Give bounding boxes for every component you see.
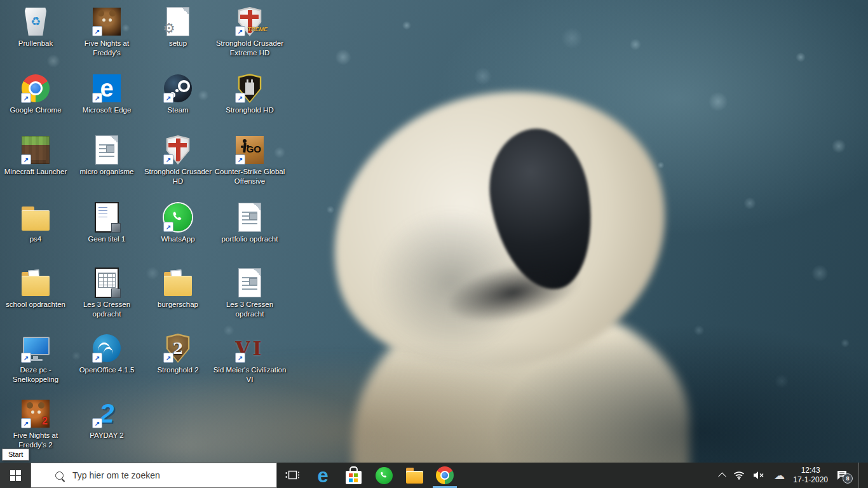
shortcut-arrow-icon: ↗ bbox=[92, 26, 102, 36]
file-explorer-icon bbox=[406, 471, 423, 484]
desktop-icon-csgo[interactable]: GO ↗ Counter-Strike Global Offensive bbox=[213, 135, 287, 186]
tray-clock[interactable]: 12:43 17-1-2020 bbox=[793, 466, 828, 485]
chevron-up-icon bbox=[718, 472, 726, 480]
desktop-icon-civilization-vi[interactable]: VI ↗ Sid Meier's Civilization VI bbox=[213, 333, 287, 384]
taskbar-file-explorer-button[interactable] bbox=[399, 463, 430, 488]
desktop-icon-label: OpenOffice 4.1.5 bbox=[70, 365, 144, 375]
search-icon bbox=[55, 471, 64, 480]
notification-count-badge: 8 bbox=[843, 473, 853, 484]
desktop-icon-stronghold-crusader-extreme-hd[interactable]: TREME ↗ Stronghold Crusader Extreme HD bbox=[213, 6, 287, 57]
tray-date: 17-1-2020 bbox=[793, 475, 828, 485]
desktop-icon-steam[interactable]: ↗ Steam bbox=[141, 73, 215, 115]
desktop-icon-label: Steam bbox=[141, 105, 215, 115]
desktop-icon-ps4-folder[interactable]: ps4 bbox=[0, 202, 72, 244]
task-view-icon bbox=[285, 470, 300, 481]
desktop-icon-stronghold-2[interactable]: 2 ↗ Stronghold 2 bbox=[141, 333, 215, 375]
task-view-button[interactable] bbox=[277, 463, 308, 488]
desktop-icon-label: Les 3 Cressen opdracht bbox=[213, 300, 287, 318]
desktop-icon-label: Geen titel 1 bbox=[70, 234, 144, 244]
shortcut-arrow-icon: ↗ bbox=[235, 26, 245, 36]
desktop-icon-label: Stronghold Crusader Extreme HD bbox=[213, 39, 287, 57]
desktop-icon-stronghold-hd[interactable]: ↗ Stronghold HD bbox=[213, 73, 287, 115]
document-icon bbox=[238, 268, 261, 297]
desktop-icon-label: Stronghold Crusader HD bbox=[141, 167, 215, 186]
taskbar-store-button[interactable] bbox=[338, 463, 369, 488]
spreadsheet-icon bbox=[95, 268, 119, 298]
desktop-icon-geen-titel-1[interactable]: Geen titel 1 bbox=[70, 202, 144, 244]
desktop-icon-label: Counter-Strike Global Offensive bbox=[213, 167, 287, 186]
desktop-icon-label: Google Chrome bbox=[0, 105, 72, 115]
shortcut-arrow-icon: ↗ bbox=[92, 93, 102, 103]
shortcut-arrow-icon: ↗ bbox=[163, 93, 173, 103]
shortcut-arrow-icon: ↗ bbox=[235, 93, 245, 103]
desktop-icon-label: Sid Meier's Civilization VI bbox=[213, 365, 287, 384]
folder-icon bbox=[22, 210, 50, 231]
desktop-icon-stronghold-crusader-hd[interactable]: ↗ Stronghold Crusader HD bbox=[141, 135, 215, 186]
shortcut-arrow-icon: ↗ bbox=[21, 353, 31, 363]
desktop-icon-label: Microsoft Edge bbox=[70, 105, 144, 115]
document-icon bbox=[95, 135, 118, 165]
extreme-tag: TREME bbox=[248, 26, 268, 32]
shortcut-arrow-icon: ↗ bbox=[163, 154, 173, 165]
shortcut-arrow-icon: ↗ bbox=[235, 154, 245, 165]
show-desktop-button[interactable] bbox=[858, 463, 862, 488]
desktop-icon-les-3-cressen-opdracht-spreadsheet[interactable]: Les 3 Cressen opdracht bbox=[70, 268, 144, 318]
desktop-icon-micro-organisme[interactable]: micro organisme bbox=[70, 135, 144, 177]
tray-show-hidden-icons-button[interactable] bbox=[719, 473, 725, 478]
desktop-icon-microsoft-edge[interactable]: e ↗ Microsoft Edge bbox=[70, 73, 144, 115]
taskbar-chrome-button[interactable] bbox=[430, 463, 460, 488]
desktop-icon-portfolio-opdracht[interactable]: portfolio opdracht bbox=[213, 202, 287, 244]
desktop-icon-openoffice[interactable]: ↗ OpenOffice 4.1.5 bbox=[70, 333, 144, 375]
desktop-icon-label: Five Nights at Freddy's bbox=[70, 39, 144, 57]
taskbar: Typ hier om te zoeken e bbox=[0, 463, 868, 488]
desktop-icon-prullenbak[interactable]: ♻ Prullenbak bbox=[0, 6, 72, 48]
wifi-icon bbox=[733, 471, 745, 480]
tray-time: 12:43 bbox=[793, 466, 828, 475]
desktop-icon-google-chrome[interactable]: ↗ Google Chrome bbox=[0, 73, 72, 115]
windows-logo-icon bbox=[10, 470, 21, 481]
desktop-icon-payday-2[interactable]: 2 ↗ PAYDAY 2 bbox=[70, 398, 144, 440]
desktop-icon-label: micro organisme bbox=[70, 167, 144, 177]
recycle-bin-icon: ♻ bbox=[25, 8, 46, 36]
document-icon bbox=[238, 203, 261, 232]
desktop-icon-label: Minecraft Launcher bbox=[0, 167, 72, 177]
desktop-icon-label: Prullenbak bbox=[0, 39, 72, 48]
system-tray: ☁ 12:43 17-1-2020 8 bbox=[719, 463, 868, 488]
chrome-icon bbox=[436, 466, 454, 484]
action-center-button[interactable]: 8 bbox=[836, 470, 848, 480]
taskbar-search-box[interactable]: Typ hier om te zoeken bbox=[31, 463, 277, 488]
microsoft-store-icon bbox=[346, 471, 362, 484]
taskbar-edge-button[interactable]: e bbox=[308, 463, 338, 488]
tray-volume-muted-button[interactable] bbox=[753, 471, 766, 480]
shortcut-arrow-icon: ↗ bbox=[21, 154, 31, 165]
folder-with-files-icon bbox=[22, 276, 50, 296]
edge-icon: e bbox=[317, 466, 328, 485]
desktop-icon-five-nights-at-freddys[interactable]: ↗ Five Nights at Freddy's bbox=[70, 6, 144, 57]
desktop-icon-les-3-cressen-opdracht-document[interactable]: Les 3 Cressen opdracht bbox=[213, 268, 287, 318]
start-tooltip: Start bbox=[2, 449, 29, 461]
tray-wifi-button[interactable] bbox=[733, 471, 745, 480]
desktop-icon-label: PAYDAY 2 bbox=[70, 431, 144, 440]
shortcut-arrow-icon: ↗ bbox=[92, 418, 102, 428]
text-document-icon bbox=[95, 202, 119, 233]
tray-onedrive-button[interactable]: ☁ bbox=[774, 470, 785, 481]
desktop-icon-whatsapp[interactable]: ↗ WhatsApp bbox=[141, 202, 215, 244]
speaker-muted-icon bbox=[753, 471, 766, 480]
desktop-icon-label: ps4 bbox=[0, 234, 72, 244]
shortcut-arrow-icon: ↗ bbox=[163, 353, 173, 363]
taskbar-whatsapp-button[interactable] bbox=[369, 463, 399, 488]
desktop-icon-label: Five Nights at Freddy's 2 bbox=[0, 431, 72, 449]
desktop-icon-deze-pc[interactable]: ↗ Deze pc - Snelkoppeling bbox=[0, 333, 72, 384]
desktop-icon-burgerschap[interactable]: burgerschap bbox=[141, 268, 215, 309]
desktop-icon-school-opdrachten[interactable]: school opdrachten bbox=[0, 268, 72, 309]
shortcut-arrow-icon: ↗ bbox=[21, 418, 31, 428]
gear-icon: ⚙ bbox=[163, 22, 175, 36]
shortcut-arrow-icon: ↗ bbox=[21, 93, 31, 103]
cloud-icon: ☁ bbox=[774, 470, 785, 481]
folder-with-files-icon bbox=[164, 276, 192, 296]
desktop-icon-setup[interactable]: ⚙ setup bbox=[141, 6, 215, 48]
desktop-icon-five-nights-at-freddys-2[interactable]: 2 ↗ Five Nights at Freddy's 2 bbox=[0, 398, 72, 449]
desktop-icon-label: Les 3 Cressen opdracht bbox=[70, 300, 144, 318]
desktop-icon-minecraft-launcher[interactable]: ↗ Minecraft Launcher bbox=[0, 135, 72, 177]
start-button[interactable] bbox=[0, 463, 31, 488]
